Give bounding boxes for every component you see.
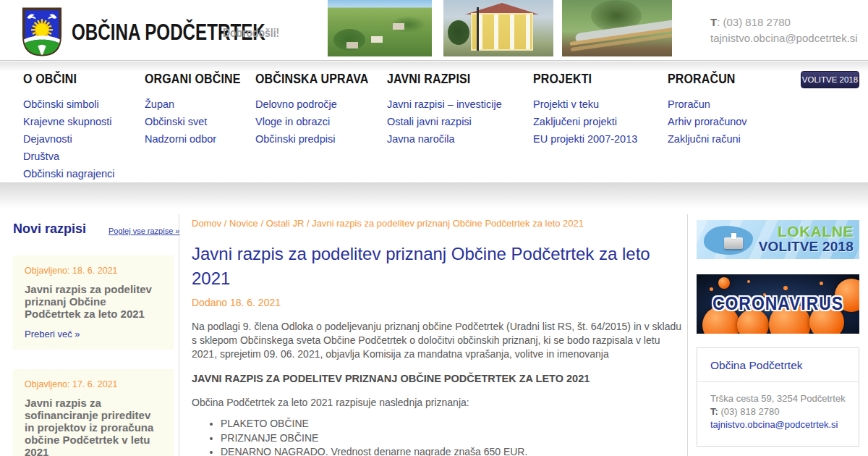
nav-heading[interactable]: PROJEKTI <box>533 71 621 87</box>
breadcrumb-novice[interactable]: Novice <box>229 218 258 229</box>
nav-item-obcinski-nagrajenci[interactable]: Občinski nagrajenci <box>23 165 115 182</box>
news-date: Objavljeno: 18. 6. 2021 <box>25 266 162 276</box>
left-column-divider <box>179 214 179 456</box>
nav-heading[interactable]: JAVNI RAZPISI <box>387 71 483 87</box>
nav-item-krajevne-skupnosti[interactable]: Krajevne skupnosti <box>23 113 115 130</box>
nav-column-obcinska-uprava: OBČINSKA UPRAVA Delovno področje Vloge i… <box>255 71 390 148</box>
nav-heading[interactable]: ORGANI OBČINE <box>145 71 241 87</box>
article-title: Javni razpis za podelitev priznanj Občin… <box>192 242 684 291</box>
nav-item-obcinski-simboli[interactable]: Občinski simboli <box>23 96 115 113</box>
ballot-box-icon <box>724 237 743 249</box>
phone-label: T <box>710 16 717 28</box>
header-email[interactable]: tajnistvo.obcina@podcetrtek.si <box>710 30 858 46</box>
coronavirus-banner[interactable]: CORONAVIRUS <box>697 274 859 334</box>
header-contact: T: (03) 818 2780 tajnistvo.obcina@podcet… <box>710 14 858 46</box>
nav-item-delovno-podrocje[interactable]: Delovno področje <box>255 96 390 113</box>
local-elections-2018-banner[interactable]: LOKALNE VOLITVE 2018 <box>697 220 859 259</box>
contact-phone-label: T: <box>710 406 718 417</box>
nav-item-javna-narocila[interactable]: Javna naročila <box>387 130 502 148</box>
coronavirus-banner-text: CORONAVIRUS <box>703 293 853 314</box>
contact-box-title[interactable]: Občina Podčetrtek <box>697 348 859 382</box>
nav-item-vloge-in-obrazci[interactable]: Vloge in obrazci <box>255 113 390 130</box>
nav-item-nadzorni-odbor[interactable]: Nadzorni odbor <box>145 130 259 148</box>
volitve-2018-button[interactable]: VOLITVE 2018 <box>801 71 859 88</box>
news-card[interactable]: Objavljeno: 17. 6. 2021 Javni razpis za … <box>13 369 174 456</box>
breadcrumb-ostali-jr[interactable]: Ostali JR <box>266 218 305 229</box>
nav-heading[interactable]: OBČINSKA UPRAVA <box>255 71 369 87</box>
nav-item-zakljuceni-projekti[interactable]: Zaključeni projekti <box>533 113 637 130</box>
nav-item-arhiv-proracunov[interactable]: Arhiv proračunov <box>668 113 748 130</box>
banner-line1: LOKALNE <box>759 224 854 239</box>
nav-item-dejavnosti[interactable]: Dejavnosti <box>23 130 115 148</box>
breadcrumb: Domov / Novice / Ostali JR / Javni razpi… <box>192 218 691 229</box>
nav-item-drustva[interactable]: Društva <box>23 148 115 165</box>
nav-item-proracun[interactable]: Proračun <box>668 96 748 113</box>
nav-heading[interactable]: PRORAČUN <box>668 71 736 87</box>
new-tenders-title: Novi razpisi <box>13 221 86 237</box>
read-more-link[interactable]: Preberi več » <box>25 329 162 339</box>
contact-box-body: Trška cesta 59, 3254 Podčetrtek T: (03) … <box>697 382 859 442</box>
breadcrumb-home[interactable]: Domov <box>192 218 221 229</box>
contact-phone: T: (03) 818 2780 <box>710 405 846 418</box>
nav-column-projekti: PROJEKTI Projekti v teku Zaključeni proj… <box>533 71 637 148</box>
contact-phone-number: (03) 818 2780 <box>718 406 780 417</box>
header-photo-town-hall <box>443 0 553 56</box>
news-date: Objavljeno: 17. 6. 2021 <box>25 379 162 389</box>
nav-item-obcinski-svet[interactable]: Občinski svet <box>145 113 259 130</box>
right-column-divider <box>687 214 688 456</box>
article-date-added: Dodano 18. 6. 2021 <box>192 297 281 308</box>
article-paragraph: Občina Podčetrtek za leto 2021 razpisuje… <box>192 397 687 408</box>
header-phone: T: (03) 818 2780 <box>710 14 858 30</box>
nav-divider <box>0 182 868 213</box>
news-title: Javni razpis za sofinanciranje priredite… <box>25 397 162 456</box>
nav-item-zakljucni-racuni[interactable]: Zaključni računi <box>668 130 748 148</box>
breadcrumb-separator: / <box>224 218 229 229</box>
nav-item-projekti-v-teku[interactable]: Projekti v teku <box>533 96 637 113</box>
breadcrumb-current: Javni razpis za podelitev priznanj Občin… <box>312 218 584 229</box>
welcome-text: Dobrodošli! <box>223 26 279 41</box>
list-item: PRIZNANJE OBČINE <box>221 431 684 446</box>
slovenia-map-icon <box>704 226 753 255</box>
breadcrumb-separator: / <box>260 218 265 229</box>
article-subheading: JAVNI RAZPIS ZA PODELITEV PRIZNANJ OBČIN… <box>192 373 687 384</box>
header-photo-path <box>562 0 672 56</box>
news-card[interactable]: Objavljeno: 18. 6. 2021 Javni razpis za … <box>13 256 174 350</box>
view-all-tenders-link[interactable]: Poglej vse razpise » <box>109 227 175 235</box>
nav-column-javni-razpisi: JAVNI RAZPISI Javni razpisi – investicij… <box>387 71 502 148</box>
nav-item-ostali-javni-razpisi[interactable]: Ostali javni razpisi <box>387 113 502 130</box>
contact-box: Občina Podčetrtek Trška cesta 59, 3254 P… <box>697 347 859 447</box>
list-item: DENARNO NAGRADO. Vrednost denarne nagrad… <box>221 445 684 456</box>
nav-item-eu-projekti[interactable]: EU projekti 2007-2013 <box>533 130 637 148</box>
nav-column-o-obcini: O OBČINI Občinski simboli Krajevne skupn… <box>23 71 115 182</box>
coat-of-arms-icon <box>22 7 62 57</box>
nav-item-obcinski-predpisi[interactable]: Občinski predpisi <box>255 130 390 148</box>
header-photo-hillside <box>328 0 432 56</box>
contact-address: Trška cesta 59, 3254 Podčetrtek <box>710 392 846 405</box>
page: OBČINA PODČETRTEK Dobrodošli! T: (03) 81… <box>0 0 868 456</box>
phone-number: : (03) 818 2780 <box>717 16 791 28</box>
banner-line2: VOLITVE 2018 <box>759 239 854 254</box>
municipality-coat-of-arms-logo[interactable] <box>22 7 62 60</box>
list-item: PLAKETO OBČINE <box>221 417 684 431</box>
header-divider <box>0 62 868 72</box>
contact-email-link[interactable]: tajnistvo.obcina@podcetrtek.si <box>710 418 846 431</box>
nav-column-organi-obcine: ORGANI OBČINE Župan Občinski svet Nadzor… <box>145 71 259 148</box>
nav-column-proracun: PRORAČUN Proračun Arhiv proračunov Zaklj… <box>668 71 748 148</box>
header: OBČINA PODČETRTEK Dobrodošli! T: (03) 81… <box>0 0 868 61</box>
nav-item-javni-razpisi-investicije[interactable]: Javni razpisi – investicije <box>387 96 502 113</box>
nav-item-zupan[interactable]: Župan <box>145 96 259 113</box>
banner-text: LOKALNE VOLITVE 2018 <box>759 224 854 254</box>
news-title: Javni razpis za podelitev priznanj Občin… <box>25 283 162 320</box>
awards-list: PLAKETO OBČINE PRIZNANJE OBČINE DENARNO … <box>221 417 684 456</box>
nav-heading[interactable]: O OBČINI <box>23 71 100 87</box>
article-paragraph: Na podlagi 9. člena Odloka o podeljevanj… <box>192 320 687 361</box>
